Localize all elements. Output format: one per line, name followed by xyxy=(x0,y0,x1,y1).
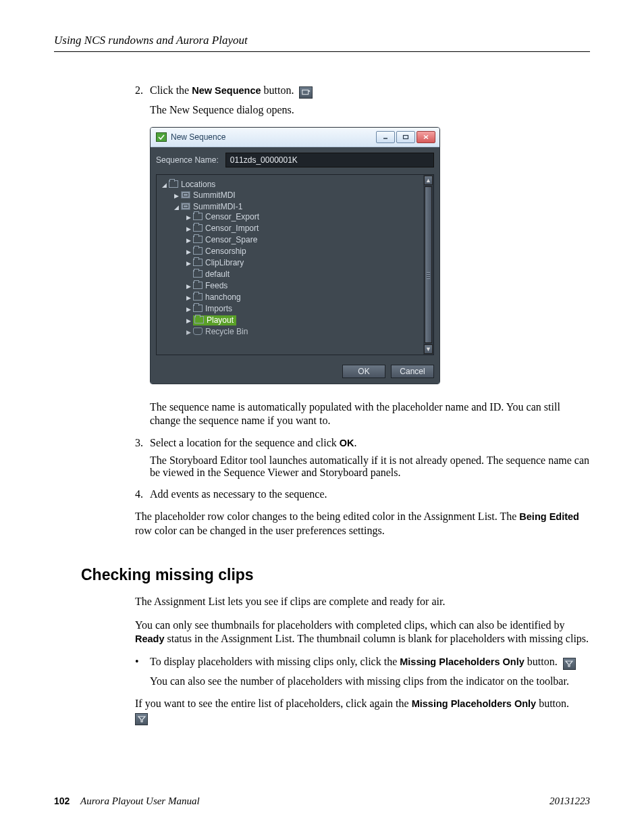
svg-rect-4 xyxy=(404,135,408,138)
text: If you want to see the entire list of pl… xyxy=(135,698,412,709)
tree-item[interactable]: ▶Censor_Spare xyxy=(185,234,431,246)
tree-label: Recycle Bin xyxy=(205,327,248,336)
tree-item[interactable]: ▶Recycle Bin xyxy=(185,326,431,338)
ok-button[interactable]: OK xyxy=(342,365,385,378)
section-heading: Checking missing clips xyxy=(81,566,590,584)
tree-label: Censorship xyxy=(205,246,246,256)
tree-label: SummitMDI xyxy=(193,190,236,200)
dialog-title: New Sequence xyxy=(171,132,225,142)
svg-marker-7 xyxy=(566,661,572,667)
step-2-follow: The New Sequence dialog opens. xyxy=(150,104,590,116)
dialog-body: Sequence Name: ◢Locations ▶SummitMDI ◢Su… xyxy=(151,147,439,361)
text: button. xyxy=(261,84,294,96)
window-controls xyxy=(376,131,435,143)
missing-placeholders-only-label: Missing Placeholders Only xyxy=(400,656,525,667)
title-bar: New Sequence xyxy=(151,128,439,147)
svg-marker-8 xyxy=(138,716,145,722)
cancel-button[interactable]: Cancel xyxy=(391,365,434,378)
bullet-text: To display placeholders with missing cli… xyxy=(150,656,576,670)
text: You can only see thumbnails for placehol… xyxy=(135,619,564,631)
filter-icon xyxy=(563,658,576,670)
tree-label: Feeds xyxy=(205,281,227,290)
tree-item[interactable]: ▶ClipLibrary xyxy=(185,257,431,269)
text: To display placeholders with missing cli… xyxy=(150,656,400,667)
step-text: Click the New Sequence button. xyxy=(150,84,590,99)
bullet-follow: You can also see the number of placehold… xyxy=(150,675,590,687)
being-edited-label: Being Edited xyxy=(519,511,579,522)
maximize-button[interactable] xyxy=(396,131,415,143)
tree-item[interactable]: ▶Censor_Import xyxy=(185,223,431,234)
sequence-name-label: Sequence Name: xyxy=(156,155,219,165)
step-number: 2. xyxy=(135,84,150,99)
text: status in the Assignment List. The thumb… xyxy=(165,633,589,644)
text: The placeholder row color changes to the… xyxy=(135,511,519,522)
tree-label: Locations xyxy=(181,180,215,189)
new-sequence-dialog: New Sequence Sequence Name: ◢Locations xyxy=(150,127,440,384)
text: row color can be changed in the user pre… xyxy=(135,525,385,536)
step-text: Select a location for the sequence and c… xyxy=(150,437,590,449)
step-text: Add events as necessary to the sequence. xyxy=(150,488,590,500)
step-number: 4. xyxy=(135,488,150,500)
step-number: 3. xyxy=(135,437,150,449)
filter-icon xyxy=(135,713,148,725)
step-3-follow: The Storyboard Editor tool launches auto… xyxy=(150,454,590,479)
running-head-text: Using NCS rundowns and Aurora Playout xyxy=(54,34,248,47)
step-2-note: The sequence name is automatically popul… xyxy=(150,400,590,428)
tree-label: Censor_Spare xyxy=(205,235,257,244)
tree-label: Playout xyxy=(207,315,234,325)
scroll-thumb[interactable] xyxy=(425,186,432,343)
missing-placeholders-only-label: Missing Placeholders Only xyxy=(412,698,537,709)
tree-node[interactable]: ▶SummitMDI xyxy=(173,189,431,201)
tree-item[interactable]: ▶Feeds xyxy=(185,280,431,292)
paragraph: If you want to see the entire list of pl… xyxy=(135,697,590,725)
tree-label: SummitMDI-1 xyxy=(193,202,242,211)
bullet-item: • To display placeholders with missing c… xyxy=(135,656,590,670)
page-footer: 102 Aurora Playout User Manual 20131223 xyxy=(54,796,590,807)
new-sequence-label: New Sequence xyxy=(192,85,261,96)
bullet-marker: • xyxy=(135,656,150,670)
new-sequence-icon xyxy=(299,86,313,99)
svg-rect-0 xyxy=(302,90,308,95)
tree-item[interactable]: ▶hanchong xyxy=(185,292,431,303)
tree-item[interactable]: ▶Censorship xyxy=(185,246,431,257)
tree-item[interactable]: ▶default xyxy=(185,269,431,280)
text: Click the xyxy=(150,84,192,96)
tree-label: Censor_Import xyxy=(205,224,259,233)
text: button. xyxy=(536,698,569,709)
step-2: 2. Click the New Sequence button. xyxy=(135,84,590,99)
step-3: 3. Select a location for the sequence an… xyxy=(135,437,590,449)
tree-label: Censor_Export xyxy=(205,212,259,221)
scroll-up-icon[interactable]: ▲ xyxy=(424,176,433,185)
text: . xyxy=(354,437,357,448)
tree-root[interactable]: ◢Locations ▶SummitMDI ◢SummitMDI-1 ▶Cens… xyxy=(161,179,431,340)
after-steps-paragraph: The placeholder row color changes to the… xyxy=(135,510,590,538)
app-icon xyxy=(156,132,167,142)
paragraph: The Assignment List lets you see if clip… xyxy=(135,595,590,608)
scrollbar[interactable]: ▲ ▼ xyxy=(423,175,433,355)
tree-item[interactable]: ▶Censor_Export xyxy=(185,211,431,223)
running-head: Using NCS rundowns and Aurora Playout xyxy=(54,34,590,52)
tree-item[interactable]: ▶Imports xyxy=(185,303,431,315)
sequence-name-input[interactable] xyxy=(225,153,434,167)
scroll-down-icon[interactable]: ▼ xyxy=(424,344,433,354)
footer-date: 20131223 xyxy=(549,796,590,807)
text: button. xyxy=(525,656,558,667)
ok-label: OK xyxy=(340,438,354,448)
tree-node[interactable]: ◢SummitMDI-1 ▶Censor_Export ▶Censor_Impo… xyxy=(173,201,431,338)
page-number: 102 xyxy=(54,796,70,806)
tree-item-selected[interactable]: ▶Playout xyxy=(185,315,431,326)
tree-label: default xyxy=(205,269,230,279)
location-tree[interactable]: ◢Locations ▶SummitMDI ◢SummitMDI-1 ▶Cens… xyxy=(156,174,434,355)
paragraph: You can only see thumbnails for placehol… xyxy=(135,619,590,646)
minimize-button[interactable] xyxy=(376,131,395,143)
ready-label: Ready xyxy=(135,633,165,644)
close-button[interactable] xyxy=(417,131,435,143)
book-title: Aurora Playout User Manual xyxy=(80,796,200,806)
tree-label: ClipLibrary xyxy=(205,258,244,267)
tree-label: Imports xyxy=(205,304,232,313)
tree-label: hanchong xyxy=(205,292,241,302)
text: Select a location for the sequence and c… xyxy=(150,437,340,448)
step-4: 4. Add events as necessary to the sequen… xyxy=(135,488,590,500)
